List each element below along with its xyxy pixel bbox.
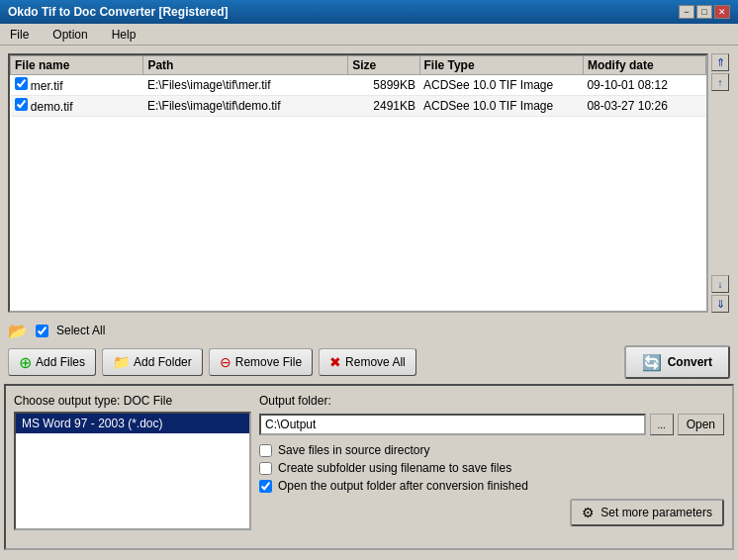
scroll-bottom-button[interactable]: ⇓ — [711, 295, 729, 313]
params-row: ⚙ Set more parameters — [259, 499, 724, 526]
menu-bar: File Option Help — [0, 24, 738, 46]
menu-option[interactable]: Option — [46, 26, 93, 44]
output-type-label-text: Choose output type: — [14, 394, 120, 408]
window-title: Okdo Tif to Doc Converter [Registered] — [8, 5, 228, 19]
checkbox-row-2: Open the output folder after conversion … — [259, 479, 724, 493]
minimize-button[interactable]: − — [679, 5, 694, 19]
add-files-button[interactable]: ⊕ Add Files — [8, 348, 96, 376]
cell-size: 5899KB — [348, 75, 419, 96]
cell-filetype: ACDSee 10.0 TIF Image — [419, 96, 583, 117]
add-folder-label: Add Folder — [134, 355, 192, 369]
file-list-container: File name Path Size File Type Modify dat… — [8, 53, 708, 313]
col-header-path: Path — [143, 56, 348, 75]
option-label-1: Create subfolder using filename to save … — [278, 461, 511, 475]
add-folder-button[interactable]: 📁 Add Folder — [102, 348, 203, 376]
file-list-footer: 📂 Select All — [0, 317, 738, 344]
file-table: File name Path Size File Type Modify dat… — [10, 55, 706, 117]
col-header-filename: File name — [11, 56, 143, 75]
cell-moddate: 09-10-01 08:12 — [583, 75, 705, 96]
checkbox-row-1: Create subfolder using filename to save … — [259, 461, 724, 475]
menu-help[interactable]: Help — [106, 26, 142, 44]
open-folder-button[interactable]: Open — [678, 414, 724, 435]
add-folder-icon: 📁 — [113, 354, 130, 370]
remove-file-button[interactable]: ⊖ Remove File — [209, 348, 313, 376]
bottom-section: Choose output type: DOC File MS Word 97 … — [4, 384, 734, 550]
checkbox-row-0: Save files in source directory — [259, 443, 724, 457]
row-checkbox[interactable] — [15, 98, 28, 111]
output-type-name: DOC File — [124, 394, 172, 408]
select-all-checkbox[interactable] — [36, 325, 48, 337]
output-folder-panel: Output folder: ... Open Save files in so… — [259, 394, 724, 540]
remove-all-button[interactable]: ✖ Remove All — [319, 348, 416, 376]
cell-moddate: 08-03-27 10:26 — [583, 96, 705, 117]
option-checkbox-1[interactable] — [259, 462, 272, 475]
folder-path-input[interactable] — [259, 414, 646, 435]
scroll-up-button[interactable]: ↑ — [711, 73, 729, 91]
filename-text: demo.tif — [31, 100, 73, 114]
col-header-moddate: Modify date — [583, 56, 705, 75]
output-type-header: Choose output type: DOC File — [14, 394, 251, 408]
select-all-label: Select All — [56, 324, 105, 337]
remove-file-label: Remove File — [235, 355, 302, 369]
add-files-label: Add Files — [36, 355, 85, 369]
cell-size: 2491KB — [348, 96, 419, 117]
scroll-top-button[interactable]: ⇑ — [711, 53, 729, 71]
remove-all-icon: ✖ — [329, 354, 341, 370]
params-label: Set more parameters — [600, 506, 712, 519]
gear-icon: ⚙ — [582, 505, 595, 520]
col-header-filetype: File Type — [419, 56, 583, 75]
cell-filename: mer.tif — [11, 75, 143, 96]
checkboxes-container: Save files in source directory Create su… — [259, 443, 724, 493]
cell-filename: demo.tif — [11, 96, 143, 117]
cell-path: E:\Files\image\tif\mer.tif — [143, 75, 348, 96]
scroll-buttons: ⇑ ↑ ↓ ⇓ — [710, 53, 730, 313]
option-label-2: Open the output folder after conversion … — [278, 479, 528, 493]
convert-icon: 🔄 — [642, 353, 662, 372]
listbox-item-doc[interactable]: MS Word 97 - 2003 (*.doc) — [16, 414, 249, 433]
add-files-icon: ⊕ — [19, 353, 32, 372]
col-header-size: Size — [348, 56, 419, 75]
option-checkbox-2[interactable] — [259, 480, 272, 493]
title-bar: Okdo Tif to Doc Converter [Registered] −… — [0, 0, 738, 24]
row-checkbox[interactable] — [15, 77, 28, 90]
remove-all-label: Remove All — [345, 355, 406, 369]
cell-filetype: ACDSee 10.0 TIF Image — [419, 75, 583, 96]
menu-file[interactable]: File — [4, 26, 35, 44]
folder-icon: 📂 — [8, 322, 28, 340]
set-more-parameters-button[interactable]: ⚙ Set more parameters — [570, 499, 724, 526]
option-label-0: Save files in source directory — [278, 443, 429, 457]
action-buttons-bar: ⊕ Add Files 📁 Add Folder ⊖ Remove File ✖… — [0, 344, 738, 380]
scroll-down-button[interactable]: ↓ — [711, 275, 729, 293]
convert-button[interactable]: 🔄 Convert — [624, 345, 730, 379]
remove-file-icon: ⊖ — [220, 354, 231, 370]
convert-label: Convert — [668, 355, 712, 369]
browse-button[interactable]: ... — [650, 414, 674, 435]
maximize-button[interactable]: □ — [696, 5, 712, 19]
option-checkbox-0[interactable] — [259, 444, 272, 457]
cell-path: E:\Files\image\tif\demo.tif — [143, 96, 348, 117]
close-button[interactable]: ✕ — [714, 5, 730, 19]
output-type-listbox[interactable]: MS Word 97 - 2003 (*.doc) — [14, 412, 251, 530]
output-type-panel: Choose output type: DOC File MS Word 97 … — [14, 394, 251, 540]
table-row: mer.tif E:\Files\image\tif\mer.tif 5899K… — [11, 75, 706, 96]
window-controls: − □ ✕ — [679, 5, 730, 19]
table-row: demo.tif E:\Files\image\tif\demo.tif 249… — [11, 96, 706, 117]
filename-text: mer.tif — [31, 79, 63, 93]
folder-path-row: ... Open — [259, 414, 724, 435]
output-folder-label: Output folder: — [259, 394, 724, 408]
